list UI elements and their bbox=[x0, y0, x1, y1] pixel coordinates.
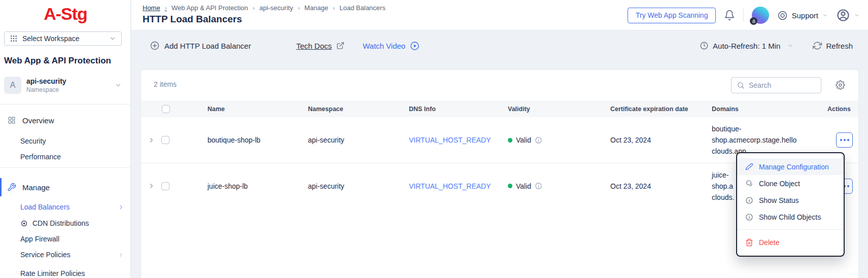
chevron-right-icon bbox=[118, 204, 124, 211]
chevron-down-icon bbox=[115, 82, 122, 89]
search-input[interactable] bbox=[749, 81, 810, 89]
breadcrumb-item[interactable]: Load Balancers bbox=[339, 4, 385, 12]
column-header-name[interactable]: Name bbox=[207, 106, 308, 113]
auto-refresh-dropdown[interactable]: Auto-Refresh: 1 Min bbox=[700, 41, 793, 50]
try-web-app-scanning-button[interactable]: Try Web App Scanning bbox=[628, 8, 716, 23]
menu-item-label: Clone Object bbox=[759, 180, 800, 188]
namespace-sublabel: Namespace bbox=[26, 86, 66, 93]
support-menu[interactable]: Support bbox=[777, 10, 828, 21]
sidebar-item-label: Performance bbox=[20, 153, 61, 161]
breadcrumb-item[interactable]: Manage bbox=[304, 4, 339, 12]
sidebar-item-cdn-distributions[interactable]: CDN Distributions bbox=[20, 219, 124, 227]
sidebar-item-label: Load Balancers bbox=[20, 203, 70, 211]
tech-docs-label: Tech Docs bbox=[296, 42, 332, 50]
info-icon[interactable] bbox=[535, 182, 542, 190]
bullseye-icon bbox=[20, 220, 28, 227]
sidebar-item-label: App Firewall bbox=[20, 235, 59, 243]
menu-item-clone-object[interactable]: Clone Object bbox=[737, 175, 844, 192]
sidebar-item-load-balancers[interactable]: Load Balancers bbox=[20, 203, 124, 211]
sidebar-item-performance[interactable]: Performance bbox=[20, 153, 124, 161]
info-icon[interactable] bbox=[535, 136, 542, 144]
account-menu[interactable] bbox=[836, 8, 860, 22]
column-header-dns-info[interactable]: DNS Info bbox=[409, 106, 508, 113]
clone-icon bbox=[745, 180, 753, 188]
breadcrumb-item[interactable]: Web App & API Protection bbox=[171, 4, 259, 12]
grid-2x2-icon bbox=[7, 116, 16, 125]
tech-docs-link[interactable]: Tech Docs bbox=[296, 30, 344, 61]
cell-name: boutique-shop-lb bbox=[207, 136, 308, 144]
breadcrumb: Home Web App & API Protection api-securi… bbox=[143, 4, 386, 12]
wrench-icon bbox=[7, 183, 16, 192]
lifebuoy-icon bbox=[777, 10, 788, 21]
refresh-label: Refresh bbox=[826, 42, 853, 50]
chevron-down-icon bbox=[787, 43, 793, 49]
column-header-domains[interactable]: Domains bbox=[712, 106, 827, 113]
workspace-selector[interactable]: Select Workspace bbox=[4, 31, 122, 46]
add-http-load-balancer-button[interactable]: Add HTTP Load Balancer bbox=[150, 30, 251, 61]
sidebar-item-service-policies[interactable]: Service Policies bbox=[20, 251, 124, 259]
items-count: 2 items bbox=[154, 80, 177, 88]
column-header-actions: Actions bbox=[827, 106, 859, 113]
sidebar-item-app-firewall[interactable]: App Firewall bbox=[20, 235, 124, 243]
breadcrumb-home[interactable]: Home bbox=[143, 4, 171, 12]
clock-icon bbox=[700, 41, 709, 50]
sidebar-item-manage[interactable]: Manage bbox=[0, 178, 131, 196]
tenant-avatar[interactable] bbox=[752, 7, 769, 24]
refresh-button[interactable]: Refresh bbox=[813, 41, 853, 50]
namespace-avatar: A bbox=[4, 77, 21, 94]
menu-item-label: Show Child Objects bbox=[759, 213, 821, 221]
column-header-namespace[interactable]: Namespace bbox=[308, 106, 409, 113]
toolbar: Add HTTP Load Balancer Tech Docs Watch V… bbox=[131, 30, 868, 61]
table-header-row: Name Namespace DNS Info Validity Certifi… bbox=[141, 100, 858, 117]
row-expander-icon[interactable] bbox=[148, 182, 155, 190]
row-expander-icon[interactable] bbox=[148, 136, 155, 144]
sidebar-item-overview[interactable]: Overview bbox=[0, 113, 131, 128]
header-divider bbox=[743, 9, 744, 22]
bell-icon[interactable] bbox=[724, 10, 735, 21]
sidebar-item-label: Security bbox=[20, 137, 46, 145]
menu-item-label: Show Status bbox=[759, 196, 799, 204]
menu-item-manage-configuration[interactable]: Manage Configuration bbox=[737, 158, 844, 175]
menu-divider bbox=[737, 229, 844, 230]
chevron-down-icon bbox=[109, 35, 116, 42]
external-link-icon bbox=[336, 42, 344, 50]
sidebar-divider bbox=[0, 167, 131, 168]
column-header-validity[interactable]: Validity bbox=[508, 106, 610, 113]
pencil-icon bbox=[745, 163, 753, 171]
workspace-selector-label: Select Workspace bbox=[22, 34, 80, 43]
sidebar-item-security[interactable]: Security bbox=[20, 137, 124, 145]
menu-item-label: Manage Configuration bbox=[759, 163, 829, 171]
dns-info-link[interactable]: VIRTUAL_HOST_READY bbox=[409, 136, 491, 144]
select-all-checkbox[interactable] bbox=[162, 105, 170, 113]
row-actions-context-menu: Manage Configuration Clone Object Show S… bbox=[736, 152, 845, 257]
menu-item-delete[interactable]: Delete bbox=[737, 234, 844, 251]
play-circle-icon bbox=[410, 41, 420, 51]
column-header-cert-expiration[interactable]: Certificate expiration date bbox=[610, 106, 712, 113]
row-checkbox[interactable] bbox=[161, 182, 169, 190]
app-logo: A-Stg bbox=[0, 4, 131, 24]
row-actions-button[interactable] bbox=[836, 132, 853, 148]
cell-validity: Valid bbox=[516, 182, 531, 190]
chevron-right-icon bbox=[118, 252, 124, 258]
watch-video-link[interactable]: Watch Video bbox=[363, 30, 420, 61]
auto-refresh-label: Auto-Refresh: 1 Min bbox=[713, 42, 780, 50]
magnifier-icon bbox=[737, 81, 745, 89]
namespace-selector[interactable]: A api-security Namespace bbox=[4, 75, 122, 95]
namespace-name: api-security bbox=[26, 77, 66, 85]
dns-info-link[interactable]: VIRTUAL_HOST_READY bbox=[409, 182, 491, 190]
cell-validity: Valid bbox=[516, 136, 531, 144]
cell-name: juice-shop-lb bbox=[207, 182, 308, 190]
valid-status-dot bbox=[508, 184, 512, 188]
row-checkbox[interactable] bbox=[161, 136, 169, 144]
breadcrumb-item[interactable]: api-security bbox=[259, 4, 304, 12]
trash-icon bbox=[745, 238, 753, 247]
sidebar-item-rate-limiter-policies[interactable]: Rate Limiter Policies bbox=[20, 269, 124, 277]
cell-cert-expiration: Oct 23, 2024 bbox=[610, 182, 712, 190]
table-search[interactable] bbox=[731, 77, 821, 93]
sidebar-item-label: Manage bbox=[22, 183, 50, 192]
gear-icon[interactable] bbox=[836, 80, 845, 90]
lock-icon bbox=[750, 17, 757, 25]
menu-item-show-status[interactable]: Show Status bbox=[737, 192, 844, 208]
menu-item-show-child-objects[interactable]: Show Child Objects bbox=[737, 208, 844, 225]
sidebar-item-label: Rate Limiter Policies bbox=[20, 269, 85, 277]
